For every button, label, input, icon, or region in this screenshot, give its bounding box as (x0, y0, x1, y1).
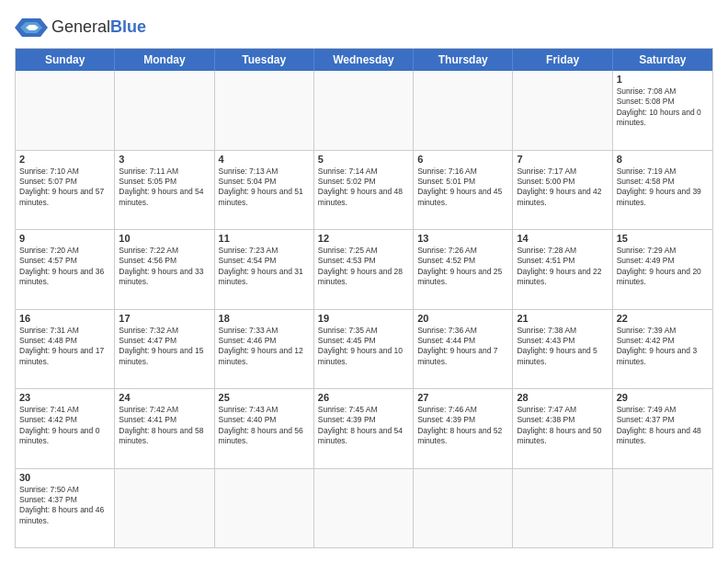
cal-cell-4-4: 27Sunrise: 7:46 AMSunset: 4:39 PMDayligh… (414, 389, 513, 468)
cal-cell-4-6: 29Sunrise: 7:49 AMSunset: 4:37 PMDayligh… (613, 389, 712, 468)
cal-cell-3-3: 19Sunrise: 7:35 AMSunset: 4:45 PMDayligh… (314, 310, 414, 389)
cal-cell-0-2 (215, 71, 314, 150)
sun-info: Sunrise: 7:14 AMSunset: 5:02 PMDaylight:… (318, 167, 409, 209)
day-number: 9 (19, 233, 110, 244)
cal-cell-5-5 (513, 469, 612, 548)
cal-cell-0-6: 1Sunrise: 7:08 AMSunset: 5:08 PMDaylight… (613, 71, 712, 150)
sun-info: Sunrise: 7:32 AMSunset: 4:47 PMDaylight:… (119, 326, 210, 368)
cal-cell-3-6: 22Sunrise: 7:39 AMSunset: 4:42 PMDayligh… (613, 310, 712, 389)
cal-cell-1-3: 5Sunrise: 7:14 AMSunset: 5:02 PMDaylight… (314, 151, 414, 230)
logo: GeneralBlue (15, 15, 146, 40)
sun-info: Sunrise: 7:39 AMSunset: 4:42 PMDaylight:… (617, 326, 709, 368)
day-number: 16 (19, 313, 110, 324)
header-wednesday: Wednesday (314, 49, 414, 71)
header: GeneralBlue (15, 15, 713, 40)
sun-info: Sunrise: 7:43 AMSunset: 4:40 PMDaylight:… (219, 405, 310, 447)
cal-cell-1-2: 4Sunrise: 7:13 AMSunset: 5:04 PMDaylight… (215, 151, 314, 230)
day-number: 14 (517, 233, 608, 244)
sun-info: Sunrise: 7:22 AMSunset: 4:56 PMDaylight:… (119, 246, 210, 288)
sun-info: Sunrise: 7:25 AMSunset: 4:53 PMDaylight:… (318, 246, 409, 288)
cal-cell-2-4: 13Sunrise: 7:26 AMSunset: 4:52 PMDayligh… (414, 230, 513, 309)
cal-cell-0-4 (414, 71, 513, 150)
day-number: 24 (119, 392, 210, 403)
calendar-header: Sunday Monday Tuesday Wednesday Thursday… (16, 49, 712, 71)
week-row-1: 2Sunrise: 7:10 AMSunset: 5:07 PMDaylight… (16, 151, 712, 231)
sun-info: Sunrise: 7:49 AMSunset: 4:37 PMDaylight:… (617, 405, 709, 447)
cal-cell-3-4: 20Sunrise: 7:36 AMSunset: 4:44 PMDayligh… (414, 310, 513, 389)
sun-info: Sunrise: 7:29 AMSunset: 4:49 PMDaylight:… (617, 246, 709, 288)
cal-cell-2-3: 12Sunrise: 7:25 AMSunset: 4:53 PMDayligh… (314, 230, 414, 309)
cal-cell-2-6: 15Sunrise: 7:29 AMSunset: 4:49 PMDayligh… (613, 230, 712, 309)
sun-info: Sunrise: 7:10 AMSunset: 5:07 PMDaylight:… (19, 167, 110, 209)
cal-cell-1-5: 7Sunrise: 7:17 AMSunset: 5:00 PMDaylight… (513, 151, 612, 230)
cal-cell-0-1 (115, 71, 214, 150)
header-friday: Friday (513, 49, 612, 71)
day-number: 5 (318, 154, 409, 165)
day-number: 30 (19, 472, 110, 483)
cal-cell-5-4 (414, 469, 513, 548)
day-number: 3 (119, 154, 210, 165)
cal-cell-5-2 (215, 469, 314, 548)
cal-cell-4-5: 28Sunrise: 7:47 AMSunset: 4:38 PMDayligh… (513, 389, 612, 468)
logo-text: GeneralBlue (51, 18, 146, 37)
cal-cell-3-1: 17Sunrise: 7:32 AMSunset: 4:47 PMDayligh… (115, 310, 214, 389)
sun-info: Sunrise: 7:11 AMSunset: 5:05 PMDaylight:… (119, 167, 210, 209)
day-number: 18 (219, 313, 310, 324)
cal-cell-0-3 (314, 71, 414, 150)
header-sunday: Sunday (16, 49, 115, 71)
cal-cell-1-0: 2Sunrise: 7:10 AMSunset: 5:07 PMDaylight… (16, 151, 115, 230)
sun-info: Sunrise: 7:50 AMSunset: 4:37 PMDaylight:… (19, 485, 110, 527)
day-number: 29 (617, 392, 709, 403)
sun-info: Sunrise: 7:20 AMSunset: 4:57 PMDaylight:… (19, 246, 110, 288)
page: GeneralBlue Sunday Monday Tuesday Wednes… (0, 0, 728, 563)
day-number: 11 (219, 233, 310, 244)
sun-info: Sunrise: 7:13 AMSunset: 5:04 PMDaylight:… (219, 167, 310, 209)
cal-cell-0-0 (16, 71, 115, 150)
sun-info: Sunrise: 7:26 AMSunset: 4:52 PMDaylight:… (417, 246, 508, 288)
cal-cell-3-0: 16Sunrise: 7:31 AMSunset: 4:48 PMDayligh… (16, 310, 115, 389)
cal-cell-3-5: 21Sunrise: 7:38 AMSunset: 4:43 PMDayligh… (513, 310, 612, 389)
day-number: 13 (417, 233, 508, 244)
week-row-0: 1Sunrise: 7:08 AMSunset: 5:08 PMDaylight… (16, 71, 712, 151)
cal-cell-1-4: 6Sunrise: 7:16 AMSunset: 5:01 PMDaylight… (414, 151, 513, 230)
cal-cell-0-5 (513, 71, 612, 150)
day-number: 26 (318, 392, 409, 403)
cal-cell-5-0: 30Sunrise: 7:50 AMSunset: 4:37 PMDayligh… (16, 469, 115, 548)
sun-info: Sunrise: 7:41 AMSunset: 4:42 PMDaylight:… (19, 405, 110, 447)
day-number: 2 (19, 154, 110, 165)
cal-cell-5-1 (115, 469, 214, 548)
calendar-body: 1Sunrise: 7:08 AMSunset: 5:08 PMDaylight… (16, 71, 712, 547)
day-number: 15 (617, 233, 709, 244)
cal-cell-3-2: 18Sunrise: 7:33 AMSunset: 4:46 PMDayligh… (215, 310, 314, 389)
day-number: 21 (517, 313, 608, 324)
day-number: 20 (417, 313, 508, 324)
day-number: 8 (617, 154, 709, 165)
cal-cell-4-1: 24Sunrise: 7:42 AMSunset: 4:41 PMDayligh… (115, 389, 214, 468)
cal-cell-4-3: 26Sunrise: 7:45 AMSunset: 4:39 PMDayligh… (314, 389, 414, 468)
header-tuesday: Tuesday (215, 49, 314, 71)
sun-info: Sunrise: 7:46 AMSunset: 4:39 PMDaylight:… (417, 405, 508, 447)
sun-info: Sunrise: 7:36 AMSunset: 4:44 PMDaylight:… (417, 326, 508, 368)
sun-info: Sunrise: 7:23 AMSunset: 4:54 PMDaylight:… (219, 246, 310, 288)
sun-info: Sunrise: 7:16 AMSunset: 5:01 PMDaylight:… (417, 167, 508, 209)
day-number: 17 (119, 313, 210, 324)
day-number: 28 (517, 392, 608, 403)
week-row-3: 16Sunrise: 7:31 AMSunset: 4:48 PMDayligh… (16, 310, 712, 390)
cal-cell-4-2: 25Sunrise: 7:43 AMSunset: 4:40 PMDayligh… (215, 389, 314, 468)
day-number: 6 (417, 154, 508, 165)
sun-info: Sunrise: 7:28 AMSunset: 4:51 PMDaylight:… (517, 246, 608, 288)
calendar: Sunday Monday Tuesday Wednesday Thursday… (15, 48, 713, 548)
cal-cell-2-2: 11Sunrise: 7:23 AMSunset: 4:54 PMDayligh… (215, 230, 314, 309)
day-number: 12 (318, 233, 409, 244)
day-number: 27 (417, 392, 508, 403)
week-row-2: 9Sunrise: 7:20 AMSunset: 4:57 PMDaylight… (16, 230, 712, 310)
cal-cell-2-5: 14Sunrise: 7:28 AMSunset: 4:51 PMDayligh… (513, 230, 612, 309)
week-row-5: 30Sunrise: 7:50 AMSunset: 4:37 PMDayligh… (16, 469, 712, 548)
day-number: 23 (19, 392, 110, 403)
day-number: 4 (219, 154, 310, 165)
sun-info: Sunrise: 7:47 AMSunset: 4:38 PMDaylight:… (517, 405, 608, 447)
sun-info: Sunrise: 7:33 AMSunset: 4:46 PMDaylight:… (219, 326, 310, 368)
cal-cell-2-1: 10Sunrise: 7:22 AMSunset: 4:56 PMDayligh… (115, 230, 214, 309)
generalblue-logo-icon (15, 15, 48, 40)
cal-cell-5-3 (314, 469, 414, 548)
